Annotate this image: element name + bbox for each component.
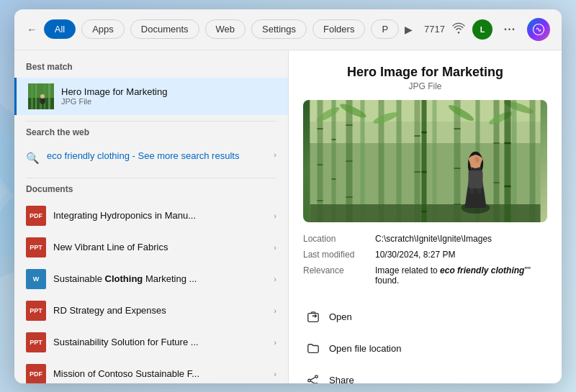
table-row: Location C:\scratch\Ignite\Ignite\Images	[303, 231, 547, 247]
pdf-icon: PDF	[26, 364, 46, 383]
chevron-right-icon: ›	[274, 211, 276, 220]
list-item[interactable]: PPT Sustainability Solution for Future .…	[14, 327, 288, 358]
table-row: Relevance Image related to eco friendly …	[303, 263, 547, 288]
info-value: 10/30/2024, 8:27 PM	[375, 247, 547, 263]
svg-rect-7	[48, 83, 50, 109]
doc-text: New Vibrant Line of Fabrics	[53, 242, 266, 252]
svg-point-9	[40, 94, 45, 99]
svg-rect-20	[433, 100, 437, 222]
documents-label: Documents	[14, 184, 288, 200]
search-bar-row: ← All Apps Documents Web Settings Folder…	[14, 9, 562, 50]
search-icon: 🔍	[26, 152, 40, 165]
back-button[interactable]: ←	[26, 19, 38, 40]
taskbar-items: 7717 L ···	[424, 18, 550, 41]
open-label: Open	[329, 311, 352, 322]
search-window: ← All Apps Documents Web Settings Folder…	[14, 9, 562, 383]
svg-rect-4	[35, 83, 37, 109]
pdf-icon: PDF	[26, 206, 46, 226]
share-label: Share	[329, 375, 354, 383]
svg-rect-55	[505, 100, 511, 222]
info-label: Relevance	[303, 263, 375, 288]
svg-rect-61	[308, 313, 318, 322]
play-icon[interactable]: ▶	[405, 24, 413, 35]
svg-rect-25	[530, 100, 536, 222]
svg-rect-18	[397, 100, 402, 222]
open-file-location-label: Open file location	[329, 343, 401, 354]
filter-documents[interactable]: Documents	[130, 19, 199, 39]
doc-title: New Vibrant Line of Fabrics	[53, 242, 266, 252]
wifi-icon	[452, 22, 465, 36]
list-item[interactable]: PDF Mission of Contoso Sustainable F... …	[14, 358, 288, 383]
folder-icon	[306, 342, 320, 356]
list-item[interactable]: PPT RD Strategy and Expenses ›	[14, 295, 288, 327]
filter-p[interactable]: P	[371, 19, 399, 39]
doc-text: Sustainability Solution for Future ...	[53, 337, 266, 347]
doc-title: RD Strategy and Expenses	[53, 305, 266, 316]
svg-rect-16	[361, 100, 365, 222]
best-match-subtitle: JPG File	[61, 97, 276, 106]
filter-settings[interactable]: Settings	[251, 19, 307, 39]
svg-rect-3	[31, 83, 33, 109]
svg-point-64	[308, 379, 311, 382]
filter-all[interactable]: All	[44, 19, 76, 39]
preview-image	[303, 100, 547, 222]
list-item[interactable]: PPT New Vibrant Line of Fabrics ›	[14, 232, 288, 263]
doc-title: Mission of Contoso Sustainable F...	[53, 368, 266, 379]
svg-rect-24	[512, 100, 517, 222]
svg-rect-54	[422, 100, 427, 222]
left-panel: Best match	[14, 50, 288, 383]
chevron-right-icon: ›	[274, 150, 276, 159]
open-file-location-action[interactable]: Open file location	[303, 337, 547, 360]
filter-web[interactable]: Web	[205, 19, 246, 39]
best-match-title: Hero Image for Marketing	[61, 86, 276, 97]
detail-info-table: Location C:\scratch\Ignite\Ignite\Images…	[303, 231, 547, 288]
hero-thumb-icon	[28, 83, 54, 109]
list-item[interactable]: PDF Integrating Hydroponics in Manu... ›	[14, 200, 288, 232]
info-value: C:\scratch\Ignite\Ignite\Images	[375, 231, 547, 247]
best-match-label: Best match	[14, 62, 288, 78]
word-icon: W	[26, 269, 46, 289]
main-content: Best match	[14, 50, 562, 383]
detail-subtitle: JPG File	[303, 81, 547, 91]
open-action[interactable]: Open	[303, 306, 547, 329]
relevance-value: Image related to eco friendly clothing""…	[375, 263, 547, 288]
best-match-text: Hero Image for Marketing JPG File	[61, 86, 276, 106]
web-query-text: eco friendly clothing	[47, 150, 130, 161]
right-panel: Hero Image for Marketing JPG File	[288, 50, 562, 383]
svg-rect-53	[469, 170, 483, 188]
web-see-more-link[interactable]: - See more search results	[132, 150, 240, 161]
more-options-button[interactable]: ···	[500, 19, 520, 40]
svg-point-62	[315, 375, 318, 378]
chevron-right-icon: ›	[274, 243, 276, 252]
share-action[interactable]: Share	[303, 369, 547, 383]
filter-apps[interactable]: Apps	[81, 19, 125, 39]
list-item[interactable]: W Sustainable Clothing Marketing ... ›	[14, 263, 288, 295]
web-search-item[interactable]: 🔍 eco friendly clothing - See more searc…	[14, 143, 288, 172]
share-icon	[306, 373, 320, 383]
doc-title: Sustainable Clothing Marketing ...	[53, 273, 266, 284]
user-badge[interactable]: L	[472, 19, 492, 40]
open-icon	[306, 310, 320, 324]
doc-text: Mission of Contoso Sustainable F...	[53, 368, 266, 379]
doc-title: Sustainability Solution for Future ...	[53, 337, 266, 347]
table-row: Last modified 10/30/2024, 8:27 PM	[303, 247, 547, 263]
doc-text: Integrating Hydroponics in Manu...	[53, 210, 266, 221]
chevron-right-icon: ›	[274, 370, 276, 378]
ppt-icon: PPT	[26, 237, 46, 257]
copilot-icon[interactable]	[527, 18, 550, 41]
divider-1	[26, 121, 276, 122]
doc-title: Integrating Hydroponics in Manu...	[53, 210, 266, 221]
doc-text: Sustainable Clothing Marketing ...	[53, 273, 266, 284]
task-number: 7717	[424, 24, 445, 35]
chevron-right-icon: ›	[274, 275, 276, 283]
chevron-right-icon: ›	[274, 306, 276, 315]
ppt-icon: PPT	[26, 332, 46, 352]
web-search-text: eco friendly clothing - See more search …	[47, 150, 266, 161]
filter-folders[interactable]: Folders	[312, 19, 365, 39]
divider-2	[26, 178, 276, 178]
doc-text: RD Strategy and Expenses	[53, 305, 266, 316]
relevance-keyword: eco friendly clothing	[440, 265, 524, 275]
info-label: Last modified	[303, 247, 375, 263]
best-match-item[interactable]: Hero Image for Marketing JPG File	[14, 78, 288, 115]
svg-rect-14	[332, 100, 336, 222]
